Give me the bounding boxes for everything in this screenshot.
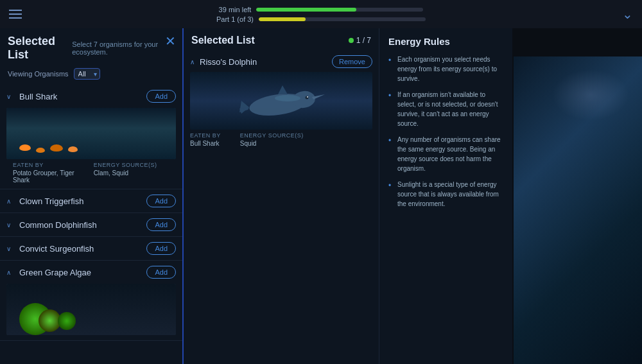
part-progress-bar xyxy=(259,17,426,21)
dolphin-scene xyxy=(190,72,372,130)
chevron-green-grape-algae-icon: ∧ xyxy=(6,269,14,276)
right-panel: Energy Rules Each organism you select ne… xyxy=(379,28,512,364)
left-panel: Selected List Select 7 organisms for you… xyxy=(0,28,184,364)
chevron-up-bull-shark-icon: ∨ xyxy=(6,93,14,100)
svg-point-4 xyxy=(275,95,300,101)
fish-4 xyxy=(68,146,78,152)
dolphin-svg xyxy=(236,80,326,122)
organism-item-green-grape-algae: ∧ Green Grape Algae Add xyxy=(0,261,182,341)
timer-progress-bar xyxy=(256,8,423,12)
progress-area: 39 min left Part 1 (of 3) xyxy=(216,6,426,23)
bull-shark-energy-col: ENERGY SOURCE(S) Clam, Squid xyxy=(94,162,157,184)
rissos-energy-value: Squid xyxy=(240,140,304,147)
bull-shark-eaten-by-row: EATEN BY Potato Grouper, TigerShark ENER… xyxy=(6,159,176,184)
energy-rules-list: Each organism you select needs energy fr… xyxy=(388,55,503,209)
fish-3 xyxy=(50,144,63,152)
selected-name-rissos: Risso's Dolphin xyxy=(200,57,332,67)
organism-header-convict-surgeonfish[interactable]: ∨ Convict Surgeonfish Add xyxy=(0,237,182,260)
chevron-rissos-icon: ∧ xyxy=(190,58,195,65)
selected-list-content: ∧ Risso's Dolphin Remove xyxy=(184,51,379,364)
energy-rule-3: Any number of organisms can share the sa… xyxy=(388,135,503,173)
part-row: Part 1 (of 3) xyxy=(216,15,426,23)
viewing-row: Viewing Organisms All ▾ xyxy=(0,65,182,85)
organism-item-convict-surgeonfish: ∨ Convict Surgeonfish Add xyxy=(0,237,182,261)
part-progress-fill xyxy=(259,17,306,21)
main-content: Selected List Select 7 organisms for you… xyxy=(0,28,642,364)
rissos-eaten-row: EATEN BY Bull Shark ENERGY SOURCE(S) Squ… xyxy=(190,130,372,147)
chevron-clown-triggerfish-icon: ∧ xyxy=(6,198,14,205)
bull-shark-image xyxy=(6,108,176,159)
panel-header: Selected List Select 7 organisms for you… xyxy=(0,28,182,65)
ocean-highlight xyxy=(552,69,629,121)
organisms-list: ∨ Bull Shark Add xyxy=(0,85,182,364)
rissos-eaten-by-value: Bull Shark xyxy=(190,140,221,147)
viewing-label: Viewing Organisms xyxy=(8,70,69,78)
selected-list-title: Selected List xyxy=(191,35,255,46)
green-dot-icon xyxy=(349,38,354,43)
svg-point-2 xyxy=(306,96,309,99)
viewing-select-wrapper[interactable]: All ▾ xyxy=(74,68,100,80)
rissos-dolphin-image xyxy=(190,72,372,130)
selected-item-rissos-dolphin: ∧ Risso's Dolphin Remove xyxy=(190,51,372,147)
add-convict-surgeonfish-button[interactable]: Add xyxy=(146,242,176,255)
selected-count: 1 / 7 xyxy=(349,36,371,45)
energy-rules-title: Energy Rules xyxy=(388,36,503,47)
energy-rule-4: Sunlight is a special type of energy sou… xyxy=(388,180,503,209)
panel-subtitle: Select 7 organisms for your ecosystem. xyxy=(72,40,175,56)
organism-name-green-grape-algae: Green Grape Algae xyxy=(19,268,146,277)
bull-shark-image-area: EATEN BY Potato Grouper, TigerShark ENER… xyxy=(0,108,182,189)
part-label: Part 1 (of 3) xyxy=(216,15,254,23)
organism-name-convict-surgeonfish: Convict Surgeonfish xyxy=(19,244,146,254)
chevron-convict-surgeonfish-icon: ∨ xyxy=(6,245,14,252)
fish-1 xyxy=(19,144,31,151)
rissos-energy-col: ENERGY SOURCE(S) Squid xyxy=(240,132,304,147)
green-grape-algae-image xyxy=(6,284,176,335)
organism-name-bull-shark: Bull Shark xyxy=(19,92,146,101)
rissos-eaten-by-label: EATEN BY xyxy=(190,132,221,139)
timer-progress-fill xyxy=(256,8,356,12)
hamburger-menu[interactable] xyxy=(9,10,22,19)
svg-point-3 xyxy=(307,96,308,98)
algae-scene xyxy=(6,284,176,335)
add-common-dolphinfish-button[interactable]: Add xyxy=(146,218,176,231)
remove-rissos-button[interactable]: Remove xyxy=(332,55,372,68)
selected-item-header-rissos[interactable]: ∧ Risso's Dolphin Remove xyxy=(190,51,372,72)
middle-panel: Selected List 1 / 7 ∧ Risso's Dolphin Re… xyxy=(184,28,379,364)
green-grape-algae-image-area xyxy=(0,284,182,340)
algae-blob-3 xyxy=(58,312,76,330)
bull-shark-eaten-by-value: Potato Grouper, TigerShark xyxy=(13,169,74,184)
organism-header-green-grape-algae[interactable]: ∧ Green Grape Algae Add xyxy=(0,261,182,284)
organism-item-common-dolphinfish: ∨ Common Dolphinfish Add xyxy=(0,213,182,237)
underwater-scene xyxy=(6,108,176,159)
close-button[interactable]: ✕ xyxy=(165,33,176,49)
organism-item-clown-triggerfish: ∧ Clown Triggerfish Add xyxy=(0,189,182,213)
organism-header-common-dolphinfish[interactable]: ∨ Common Dolphinfish Add xyxy=(0,213,182,236)
organism-header-bull-shark[interactable]: ∨ Bull Shark Add xyxy=(0,85,182,108)
organism-name-common-dolphinfish: Common Dolphinfish xyxy=(19,220,146,230)
add-green-grape-algae-button[interactable]: Add xyxy=(146,266,176,279)
organism-header-clown-triggerfish[interactable]: ∧ Clown Triggerfish Add xyxy=(0,189,182,212)
middle-header: Selected List 1 / 7 xyxy=(184,28,379,51)
rissos-energy-label: ENERGY SOURCE(S) xyxy=(240,132,304,139)
fish-group xyxy=(19,144,78,153)
fish-2 xyxy=(36,148,45,153)
chevron-common-dolphinfish-icon: ∨ xyxy=(6,221,14,229)
bull-shark-energy-value: Clam, Squid xyxy=(94,169,157,177)
organism-name-clown-triggerfish: Clown Triggerfish xyxy=(19,196,146,206)
organism-item-bull-shark: ∨ Bull Shark Add xyxy=(0,85,182,189)
add-bull-shark-button[interactable]: Add xyxy=(146,90,176,103)
timer-row: 39 min left xyxy=(219,6,424,13)
energy-sources-label-1: ENERGY SOURCE(S) xyxy=(94,162,157,168)
bull-shark-eaten-by-col: EATEN BY Potato Grouper, TigerShark xyxy=(13,162,74,184)
collapse-icon[interactable]: ⌄ xyxy=(622,6,633,22)
top-bar: 39 min left Part 1 (of 3) ⌄ xyxy=(0,0,642,28)
energy-rule-2: If an organism isn't available to select… xyxy=(388,90,503,128)
panel-title: Selected List xyxy=(8,35,67,62)
ocean-background xyxy=(514,56,642,364)
add-clown-triggerfish-button[interactable]: Add xyxy=(146,195,176,207)
rissos-eaten-by-col: EATEN BY Bull Shark xyxy=(190,132,221,147)
timer-label: 39 min left xyxy=(219,6,252,13)
energy-rule-1: Each organism you select needs energy fr… xyxy=(388,55,503,83)
viewing-select[interactable]: All xyxy=(74,68,100,80)
eaten-by-label-1: EATEN BY xyxy=(13,162,74,168)
